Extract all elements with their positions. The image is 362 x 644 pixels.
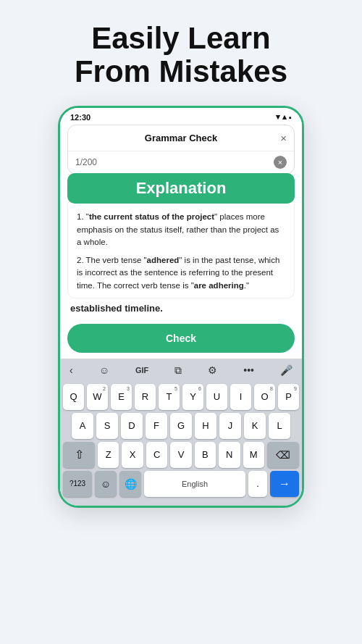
key-i[interactable]: I [230,384,251,410]
key-k[interactable]: K [244,413,266,439]
headline: Easily Learn From Mistakes [60,22,302,88]
back-icon[interactable]: ‹ [66,363,77,377]
key-f[interactable]: F [146,413,167,439]
key-l[interactable]: L [269,413,290,439]
key-y[interactable]: Y6 [182,384,203,410]
key-a[interactable]: A [72,413,93,439]
key-r[interactable]: R [135,384,156,410]
timeline-text: established timeline. [60,298,302,318]
keyboard-row-3: ⇧ Z X C V B N M ⌫ [63,442,299,468]
signal-icon: ▾ [276,112,280,122]
battery-icon: ▪ [289,113,292,122]
enter-key[interactable]: → [270,471,299,497]
key-s[interactable]: S [96,413,118,439]
key-u[interactable]: U [206,384,227,410]
emoji-key[interactable]: ☺ [95,471,117,497]
shift-key[interactable]: ⇧ [63,442,95,468]
gif-icon[interactable]: GIF [132,364,152,376]
settings-icon[interactable]: ⚙ [204,363,221,377]
keyboard: Q W2 E3 R T5 Y6 U I O8 P9 A S D F G H J … [60,381,302,506]
key-o[interactable]: O8 [254,384,275,410]
key-n[interactable]: N [219,442,240,468]
explanation-point-1: 1. "the current status of the project" p… [77,211,285,248]
key-e[interactable]: E3 [111,384,132,410]
modal-title: Grammar Check [145,133,217,143]
emoji-toolbar-icon[interactable]: ☺ [96,363,113,377]
mic-icon[interactable]: 🎤 [277,363,296,377]
wifi-icon: ▴ [282,112,287,122]
key-v[interactable]: V [170,442,191,468]
key-c[interactable]: C [146,442,167,468]
explanation-content: 1. "the current status of the project" p… [67,204,295,298]
key-p[interactable]: P9 [278,384,299,410]
period-key[interactable]: . [248,471,267,497]
key-q[interactable]: Q [63,384,84,410]
explanation-badge: Explanation [67,173,295,204]
key-m[interactable]: M [243,442,264,468]
keyboard-row-2: A S D F G H J K L [63,413,299,439]
modal-header: Grammar Check × [68,125,294,151]
grammar-modal: Grammar Check × 1/200 × [67,125,295,175]
more-icon[interactable]: ••• [240,363,258,377]
keyboard-toolbar: ‹ ☺ GIF ⧉ ⚙ ••• 🎤 [60,359,302,381]
status-time: 12:30 [70,113,90,122]
modal-close-button[interactable]: × [280,132,287,144]
delete-key[interactable]: ⌫ [267,442,299,468]
key-g[interactable]: G [170,413,192,439]
key-h[interactable]: H [195,413,216,439]
keyboard-row-bottom: ?123 ☺ 🌐 English . → [63,471,299,497]
globe-key[interactable]: 🌐 [119,471,141,497]
status-bar: 12:30 ▾ ▴ ▪ [60,108,302,125]
explanation-point-2: 2. The verb tense "adhered" is in the pa… [77,254,285,292]
clipboard-icon[interactable]: ⧉ [171,363,185,378]
key-b[interactable]: B [195,442,216,468]
key-x[interactable]: X [122,442,143,468]
keyboard-row-1: Q W2 E3 R T5 Y6 U I O8 P9 [63,384,299,410]
status-icons: ▾ ▴ ▪ [276,112,292,122]
key-w[interactable]: W2 [87,384,108,410]
clear-button[interactable]: × [274,156,287,169]
key-z[interactable]: Z [98,442,119,468]
input-row: 1/200 × [68,151,294,174]
key-j[interactable]: J [219,413,241,439]
key-d[interactable]: D [121,413,143,439]
key-t[interactable]: T5 [159,384,180,410]
symbols-key[interactable]: ?123 [63,471,92,497]
char-counter: 1/200 [75,157,274,167]
check-button[interactable]: Check [67,324,295,353]
phone-mockup: 12:30 ▾ ▴ ▪ Grammar Check × 1/200 × Expl… [58,106,304,508]
space-key[interactable]: English [144,471,245,497]
